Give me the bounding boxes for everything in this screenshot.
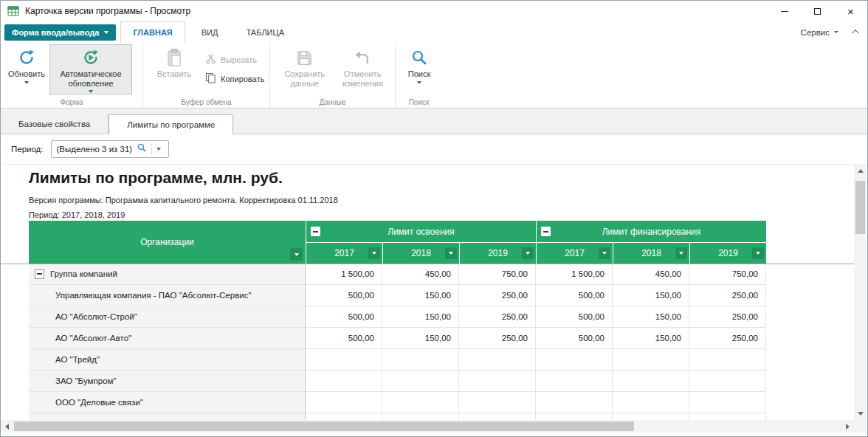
collapse-group-button[interactable]	[541, 227, 551, 236]
value-cell[interactable]	[689, 413, 766, 420]
scroll-right-button[interactable]	[841, 420, 854, 433]
value-cell[interactable]: 250,00	[689, 285, 766, 306]
year-filter-button[interactable]	[368, 247, 380, 259]
chevron-down-icon[interactable]	[156, 148, 161, 151]
search-icon[interactable]	[137, 142, 147, 156]
vertical-scroll-thumb[interactable]	[855, 181, 865, 234]
value-cell[interactable]	[306, 349, 382, 371]
value-cell[interactable]: 150,00	[613, 306, 689, 328]
value-cell[interactable]: 450,00	[382, 264, 459, 285]
scroll-up-button[interactable]	[854, 165, 867, 177]
value-cell[interactable]: 250,00	[459, 306, 536, 328]
value-cell[interactable]	[613, 349, 689, 371]
value-cell[interactable]	[613, 413, 689, 420]
value-cell[interactable]: 750,00	[459, 264, 536, 285]
value-cell[interactable]	[689, 371, 766, 392]
value-cell[interactable]	[613, 392, 689, 413]
table-row[interactable]: Управляющая компания - ПАО "Абсолют-Серв…	[29, 285, 766, 306]
year-filter-button[interactable]	[599, 247, 610, 259]
table-row[interactable]: Группа компаний1 500,00450,00750,001 500…	[29, 264, 766, 285]
value-cell[interactable]: 500,00	[536, 328, 613, 349]
vertical-scrollbar[interactable]	[854, 165, 867, 420]
tab-program-limits[interactable]: Лимиты по программе	[108, 114, 233, 134]
value-cell[interactable]: 250,00	[459, 285, 536, 306]
value-cell[interactable]	[459, 349, 536, 371]
table-row[interactable]: ЗАО "Бумпром"	[29, 371, 766, 392]
value-cell[interactable]	[689, 392, 766, 413]
value-cell[interactable]	[306, 392, 382, 413]
value-cell[interactable]: 150,00	[613, 328, 689, 349]
year-filter-button[interactable]	[675, 247, 687, 259]
ribbon-tab-main[interactable]: ГЛАВНАЯ	[120, 21, 185, 43]
value-cell[interactable]	[382, 392, 459, 413]
ribbon-tab-view[interactable]: ВИД	[190, 21, 230, 43]
org-cell[interactable]: Группа компаний	[29, 264, 306, 285]
value-cell[interactable]	[613, 371, 689, 392]
close-button[interactable]: ×	[834, 1, 867, 21]
table-row[interactable]: АО "Моторы"	[29, 413, 766, 420]
scroll-left-button[interactable]	[1, 420, 13, 433]
table-row[interactable]: ООО "Деловые связи"	[29, 392, 766, 413]
year-column-header[interactable]: 2017	[306, 243, 382, 264]
org-filter-button[interactable]	[290, 248, 303, 261]
collapse-row-icon[interactable]	[35, 269, 44, 279]
ribbon-tab-table[interactable]: ТАБЛИЦА	[234, 21, 296, 43]
value-cell[interactable]	[382, 349, 459, 371]
value-cell[interactable]	[306, 371, 382, 392]
copy-button[interactable]: Копировать	[205, 72, 264, 85]
value-cell[interactable]	[459, 413, 536, 420]
org-cell[interactable]: ЗАО "Бумпром"	[29, 371, 306, 392]
org-cell[interactable]: АО "Абсолют-Строй"	[29, 306, 306, 328]
value-cell[interactable]	[382, 371, 459, 392]
value-cell[interactable]: 250,00	[459, 328, 536, 349]
org-cell[interactable]: АО "Трейд"	[29, 349, 306, 371]
year-filter-button[interactable]	[522, 247, 534, 259]
org-cell[interactable]: АО "Моторы"	[29, 413, 306, 420]
collapse-group-button[interactable]	[311, 227, 320, 236]
org-cell[interactable]: АО "Абсолют-Авто"	[29, 328, 306, 349]
value-cell[interactable]	[689, 349, 766, 371]
value-cell[interactable]: 150,00	[382, 306, 459, 328]
year-column-header[interactable]: 2018	[613, 243, 689, 264]
value-cell[interactable]: 250,00	[689, 328, 766, 349]
value-cell[interactable]: 150,00	[382, 285, 459, 306]
year-column-header[interactable]: 2018	[382, 243, 459, 264]
search-button[interactable]: Поиск	[399, 44, 440, 94]
value-cell[interactable]: 250,00	[689, 306, 766, 328]
minimize-button[interactable]	[768, 1, 801, 21]
value-cell[interactable]: 450,00	[613, 264, 689, 285]
maximize-button[interactable]	[801, 1, 834, 21]
year-column-header[interactable]: 2017	[536, 243, 613, 264]
value-cell[interactable]	[459, 371, 536, 392]
value-cell[interactable]: 500,00	[306, 285, 382, 306]
value-cell[interactable]	[459, 392, 536, 413]
table-row[interactable]: АО "Абсолют-Строй"500,00150,00250,00500,…	[29, 306, 766, 328]
auto-refresh-toggle[interactable]: Автоматическое обновление	[49, 44, 132, 94]
value-cell[interactable]	[536, 371, 613, 392]
year-column-header[interactable]: 2019	[689, 243, 766, 264]
value-cell[interactable]: 500,00	[306, 328, 382, 349]
period-selector[interactable]: (Выделено 3 из 31)	[51, 140, 169, 158]
refresh-button[interactable]: Обновить	[4, 44, 49, 94]
table-row[interactable]: АО "Трейд"	[29, 349, 766, 371]
value-cell[interactable]: 150,00	[382, 328, 459, 349]
horizontal-scrollbar[interactable]	[1, 420, 854, 433]
service-menu[interactable]: Сервис	[801, 28, 838, 37]
year-filter-button[interactable]	[752, 247, 764, 259]
value-cell[interactable]: 500,00	[536, 306, 613, 328]
year-column-header[interactable]: 2019	[459, 243, 536, 264]
org-column-header[interactable]: Организации	[29, 221, 306, 264]
value-cell[interactable]: 150,00	[613, 285, 689, 306]
org-cell[interactable]: Управляющая компания - ПАО "Абсолют-Серв…	[29, 285, 306, 306]
value-cell[interactable]	[536, 349, 613, 371]
value-cell[interactable]	[536, 392, 613, 413]
tab-basic-properties[interactable]: Базовые свойства	[1, 114, 108, 134]
horizontal-scroll-thumb[interactable]	[14, 421, 634, 431]
value-cell[interactable]	[382, 413, 459, 420]
value-cell[interactable]: 750,00	[689, 264, 766, 285]
org-cell[interactable]: ООО "Деловые связи"	[29, 392, 306, 413]
value-cell[interactable]: 1 500,00	[306, 264, 382, 285]
collapse-ribbon-button[interactable]	[852, 30, 857, 35]
value-cell[interactable]	[536, 413, 613, 420]
table-row[interactable]: АО "Абсолют-Авто"500,00150,00250,00500,0…	[29, 328, 766, 349]
